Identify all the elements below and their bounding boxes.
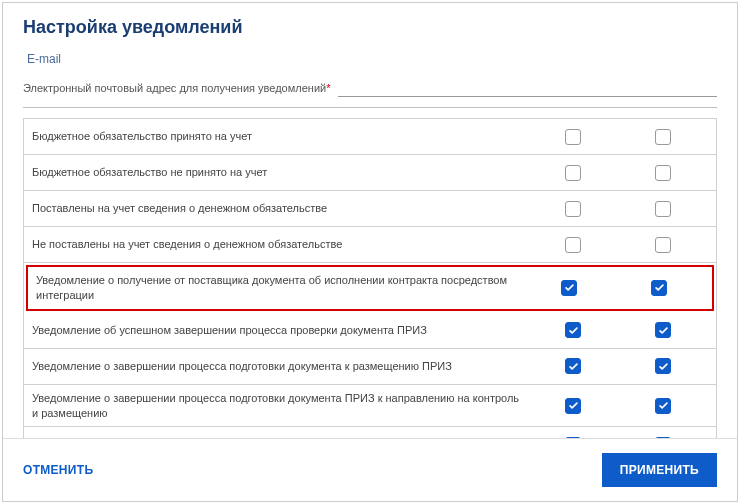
checkbox-cell	[524, 280, 614, 296]
tab-email[interactable]: E-mail	[23, 52, 717, 66]
checkbox[interactable]	[565, 237, 581, 253]
checkbox[interactable]	[655, 358, 671, 374]
table-row: Уведомление о получение от поставщика до…	[26, 265, 714, 311]
checkbox[interactable]	[565, 322, 581, 338]
checkbox[interactable]	[655, 165, 671, 181]
checkbox[interactable]	[565, 201, 581, 217]
checkbox[interactable]	[655, 237, 671, 253]
checkbox-cell	[618, 437, 708, 438]
checkbox-cell	[528, 398, 618, 414]
row-label: Не поставлены на учет сведения о денежно…	[32, 237, 528, 252]
checkbox-cell	[614, 280, 704, 296]
checkbox[interactable]	[655, 129, 671, 145]
checkbox[interactable]	[655, 201, 671, 217]
checkbox-cell	[618, 358, 708, 374]
checkbox-cell	[618, 129, 708, 145]
checkbox-cell	[528, 237, 618, 253]
table-row: Поставлены на учет сведения о денежном о…	[24, 191, 716, 227]
checkbox[interactable]	[565, 437, 581, 438]
required-marker: *	[326, 82, 330, 94]
email-label: Электронный почтовый адрес для получения…	[23, 82, 330, 94]
row-label: Уведомление об успешном завершении проце…	[32, 323, 528, 338]
checkbox[interactable]	[565, 398, 581, 414]
table-row: Уведомление о завершении процесса подгот…	[24, 385, 716, 428]
checkbox-cell	[528, 358, 618, 374]
checkbox[interactable]	[655, 322, 671, 338]
checkbox-cell	[528, 165, 618, 181]
checkbox-cell	[528, 201, 618, 217]
checkbox-cell	[618, 322, 708, 338]
table-row: Не поставлены на учет сведения о денежно…	[24, 227, 716, 263]
checkbox[interactable]	[565, 358, 581, 374]
table-row: Бюджетное обязательство принято на учет	[24, 119, 716, 155]
content: Настройка уведомлений E-mail Электронный…	[3, 3, 737, 438]
row-label: Уведомление о завершении процесса подгот…	[32, 391, 528, 421]
email-input[interactable]	[338, 78, 717, 97]
apply-button[interactable]: ПРИМЕНИТЬ	[602, 453, 717, 487]
row-label: Уведомление о получение от поставщика до…	[36, 273, 524, 303]
row-label: Уведомление о завершении процесса подгот…	[32, 359, 528, 374]
checkbox[interactable]	[565, 165, 581, 181]
page-title: Настройка уведомлений	[23, 17, 717, 38]
table-row: Бюджетное обязательство не принято на уч…	[24, 155, 716, 191]
checkbox-cell	[618, 165, 708, 181]
row-label: Поставлены на учет сведения о денежном о…	[32, 201, 528, 216]
row-label: Бюджетное обязательство не принято на уч…	[32, 165, 528, 180]
checkbox[interactable]	[651, 280, 667, 296]
checkbox[interactable]	[565, 129, 581, 145]
row-label: Уведомление о технической ошибке при раб…	[32, 437, 528, 438]
checkbox-cell	[618, 237, 708, 253]
dialog: Настройка уведомлений E-mail Электронный…	[2, 2, 738, 502]
email-label-text: Электронный почтовый адрес для получения…	[23, 82, 326, 94]
checkbox[interactable]	[561, 280, 577, 296]
checkbox[interactable]	[655, 398, 671, 414]
checkbox-cell	[528, 437, 618, 438]
notification-table[interactable]: Бюджетное обязательство принято на учетБ…	[23, 118, 717, 438]
email-row: Электронный почтовый адрес для получения…	[23, 78, 717, 108]
checkbox-cell	[528, 322, 618, 338]
table-row: Уведомление о технической ошибке при раб…	[24, 427, 716, 438]
checkbox-cell	[618, 201, 708, 217]
table-row: Уведомление о завершении процесса подгот…	[24, 349, 716, 385]
checkbox-cell	[528, 129, 618, 145]
checkbox-cell	[618, 398, 708, 414]
row-label: Бюджетное обязательство принято на учет	[32, 129, 528, 144]
cancel-button[interactable]: ОТМЕНИТЬ	[23, 463, 93, 477]
footer: ОТМЕНИТЬ ПРИМЕНИТЬ	[3, 438, 737, 501]
table-row: Уведомление об успешном завершении проце…	[24, 313, 716, 349]
checkbox[interactable]	[655, 437, 671, 438]
